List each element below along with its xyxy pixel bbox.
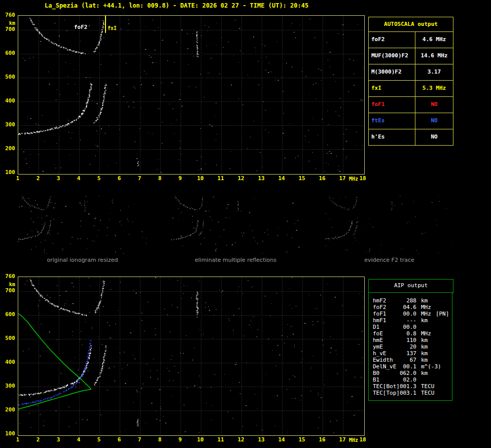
autoscala-table-header: AUTOSCALA output: [369, 17, 453, 32]
autoscala-param-value: NO: [415, 113, 453, 129]
aip-row: ymE20km: [373, 343, 451, 350]
aip-row: h_vE137km: [373, 350, 451, 357]
y-axis-unit: km: [1, 282, 15, 288]
aip-table-rows: hmF2288kmfoF204.6MHzfoF100.0MHz[PN]hmF1-…: [373, 297, 451, 396]
x-tick-label: 2: [37, 176, 40, 182]
aip-param-name: hmF1: [373, 317, 399, 324]
autoscala-main-screen: La_Spezia (lat: +44.1, lon: 009.8) - DAT…: [0, 0, 491, 448]
aip-row: TEC[Bot]001.3TECU: [373, 383, 451, 390]
thumbnail-f2-evidence: [325, 195, 454, 254]
x-tick-label: 10: [197, 176, 203, 182]
y-tick-label: 600: [1, 50, 15, 56]
y-tick-label: 200: [1, 407, 15, 413]
aip-param-value: 137: [399, 350, 416, 357]
aip-row: hmF1---km: [373, 317, 451, 324]
x-tick-label: 9: [179, 176, 182, 182]
x-tick-label: 6: [118, 437, 121, 443]
x-tick-label: 17: [339, 437, 345, 443]
profile-ionogram-panel: [18, 277, 365, 436]
aip-param-value: 20: [399, 343, 416, 350]
x-tick-label: 11: [217, 437, 224, 443]
autoscala-row: foF1NO: [369, 97, 453, 113]
aip-param-name: Ewidth: [373, 357, 399, 363]
x-tick-label: 12: [237, 176, 244, 182]
thumbnail-no-multiples-canvas: [171, 195, 300, 254]
x-tick-label: 18: [359, 437, 366, 443]
autoscala-param-value: NO: [415, 97, 453, 113]
y-tick-label: 500: [1, 335, 15, 341]
y-tick-label: 200: [1, 146, 15, 152]
aip-row: B102.0: [373, 376, 451, 383]
aip-param-name: B0: [373, 370, 399, 376]
aip-row: B0062.0km: [373, 370, 451, 376]
aip-param-value: 00.0: [399, 311, 416, 317]
x-tick-label: 16: [319, 176, 325, 182]
caption-evidence-f2-trace: evidence F2 trace: [325, 257, 454, 263]
fxI-annotation: fxI: [108, 25, 117, 31]
autoscala-param-label: MUF(3000)F2: [369, 48, 415, 64]
x-tick-label: 14: [278, 437, 285, 443]
x-tick-label: 7: [138, 437, 142, 443]
x-tick-label: 9: [179, 437, 182, 443]
x-tick-label: 2: [37, 437, 40, 443]
y-tick-label: 600: [1, 312, 15, 318]
aip-param-unit: TECU: [421, 390, 435, 396]
aip-output-header: AIP output: [368, 279, 453, 293]
station-date-time-title: La_Spezia (lat: +44.1, lon: 009.8) - DAT…: [45, 2, 308, 9]
y-tick-label: 700: [1, 288, 15, 294]
aip-row: TEC[Top]003.1TECU: [373, 390, 451, 396]
thumbnail-f2-evidence-canvas: [325, 195, 454, 254]
x-tick-label: 17: [339, 176, 345, 182]
aip-row: hmE110km: [373, 337, 451, 343]
aip-param-unit: km: [421, 337, 428, 343]
autoscala-output-table: AUTOSCALA output foF24.6 MHzMUF(3000)F21…: [368, 17, 453, 146]
main-ionogram-canvas: [18, 16, 363, 173]
aip-param-unit: km: [421, 357, 428, 363]
y-tick-label: 760: [1, 12, 15, 18]
autoscala-row: foF24.6 MHz: [369, 32, 453, 48]
y-tick-label: 100: [1, 169, 15, 176]
profile-ionogram-canvas: [18, 277, 363, 434]
aip-param-name: foE: [373, 330, 399, 337]
x-tick-label: 7: [138, 176, 142, 182]
aip-row: D100.0: [373, 324, 451, 330]
x-tick-label: 3: [57, 437, 60, 443]
aip-param-name: DelN_vE: [373, 363, 399, 370]
autoscala-row: h'EsNO: [369, 129, 453, 145]
y-tick-label: 400: [1, 359, 15, 365]
aip-row: foF204.6MHz: [373, 304, 451, 311]
autoscala-param-label: foF1: [369, 97, 415, 113]
aip-row: foE0.8MHz: [373, 330, 451, 337]
thumbnail-original-ionogram: [18, 195, 147, 254]
aip-param-name: h_vE: [373, 350, 399, 357]
autoscala-param-label: fxI: [369, 81, 415, 96]
aip-param-unit: MHz: [421, 330, 431, 337]
foF2-annotation: foF2: [74, 24, 88, 30]
x-tick-label: 13: [258, 437, 264, 443]
x-tick-label: 1: [16, 176, 20, 182]
aip-row: DelN_vE00.1m^(-3): [373, 363, 451, 370]
aip-param-name: foF2: [373, 304, 399, 311]
x-tick-label: 13: [258, 176, 264, 182]
autoscala-param-label: foF2: [369, 32, 415, 48]
aip-param-unit: MHz: [421, 311, 431, 317]
x-tick-label: 14: [278, 176, 285, 182]
thumbnail-no-multiples: [171, 195, 300, 254]
y-tick-label: 400: [1, 98, 15, 104]
x-axis-unit: MHz: [349, 437, 358, 443]
aip-param-value: 288: [399, 297, 416, 304]
autoscala-param-label: ftEs: [369, 113, 415, 129]
aip-param-name: TEC[Top]: [373, 390, 399, 396]
autoscala-param-label: M(3000)F2: [369, 64, 415, 80]
aip-row: hmF2288km: [373, 297, 451, 304]
aip-param-name: foF1: [373, 311, 399, 317]
aip-row: foF100.0MHz[PN]: [373, 311, 451, 317]
aip-param-unit: MHz: [421, 304, 431, 311]
x-tick-label: 5: [97, 176, 101, 182]
x-tick-label: 5: [97, 437, 101, 443]
aip-param-unit: TECU: [421, 383, 435, 390]
aip-param-unit: km: [421, 350, 428, 357]
aip-param-name: TEC[Bot]: [373, 383, 399, 390]
aip-param-unit: km: [421, 297, 428, 304]
y-tick-label: 100: [1, 431, 15, 437]
